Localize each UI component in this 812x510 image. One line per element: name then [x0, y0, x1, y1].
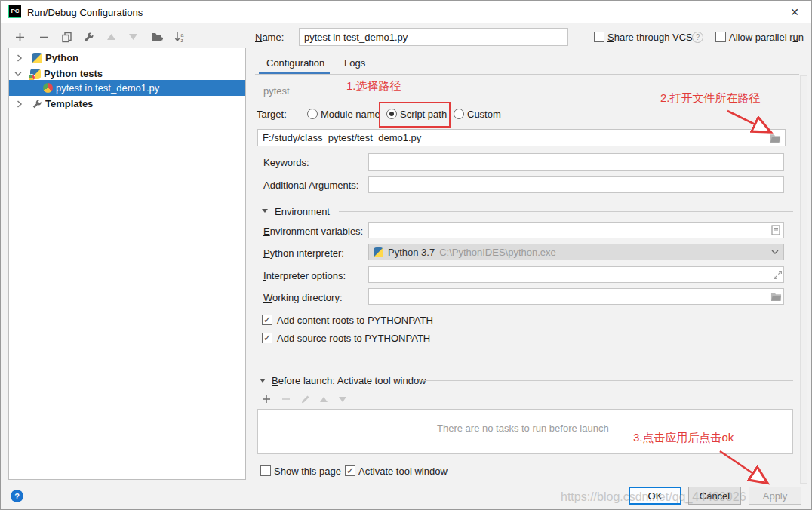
allow-parallel-checkbox[interactable]	[715, 32, 726, 42]
chevron-down-icon	[771, 250, 779, 254]
env-vars-label: Environment variables:	[263, 226, 363, 237]
additional-args-input[interactable]	[368, 176, 784, 193]
pytest-icon	[43, 83, 53, 93]
radio-custom[interactable]	[454, 109, 464, 119]
move-task-up-icon[interactable]	[317, 392, 331, 406]
browse-folder-icon[interactable]	[769, 132, 781, 144]
keywords-label: Keywords:	[263, 157, 309, 168]
script-path-input[interactable]	[257, 129, 786, 146]
annotation-note-1: 1.选择路径	[346, 79, 401, 94]
annotation-note-3: 3.点击应用后点击ok	[633, 431, 734, 445]
working-dir-label: Working directory:	[263, 292, 343, 303]
edit-task-icon[interactable]	[298, 392, 312, 406]
svg-text:z: z	[180, 38, 183, 43]
environment-group-label: Environment	[275, 206, 330, 217]
interpreter-options-label: Interpreter options:	[263, 270, 346, 281]
env-vars-list-icon[interactable]	[770, 224, 782, 236]
python-icon	[32, 53, 42, 63]
configurations-tree: Python Python tests pytest in test_demo1…	[8, 48, 246, 480]
add-task-icon[interactable]	[260, 392, 273, 406]
radio-module-name[interactable]	[307, 109, 318, 119]
radio-module-name-label[interactable]: Module name	[321, 109, 380, 120]
move-task-down-icon[interactable]	[336, 392, 349, 406]
create-folder-icon[interactable]	[150, 30, 164, 44]
additional-args-label: Additional Arguments:	[263, 180, 358, 191]
annotation-note-2: 2.打开文件所在路径	[660, 91, 761, 106]
target-label: Target:	[257, 109, 287, 120]
source-roots-label[interactable]: Add source roots to PYTHONPATH	[277, 333, 430, 344]
interpreter-label: Python interpreter:	[263, 247, 344, 259]
interpreter-path: C:\PythonIDES\python.exe	[439, 247, 556, 258]
sort-configurations-icon[interactable]: az	[173, 30, 186, 44]
chevron-right-icon[interactable]	[14, 52, 26, 64]
activate-tool-window-checkbox[interactable]: ✓	[345, 465, 355, 476]
expand-editor-icon[interactable]	[771, 269, 783, 281]
ok-button[interactable]: OK	[629, 487, 681, 505]
share-vcs-checkbox[interactable]	[594, 32, 604, 42]
tree-item-pytest-in-test-demo1[interactable]: pytest in test_demo1.py	[9, 80, 245, 96]
python-icon	[374, 247, 383, 257]
tree-item-python[interactable]: Python	[9, 50, 245, 66]
allow-parallel-label: Allow parallel run	[729, 32, 804, 43]
browse-folder-icon[interactable]	[770, 290, 782, 303]
tree-item-label: pytest in test_demo1.py	[56, 82, 159, 94]
remove-task-icon[interactable]	[279, 392, 293, 406]
vcs-help-icon[interactable]: ?	[692, 32, 703, 43]
python-tests-icon	[30, 69, 41, 79]
tree-item-label: Python	[45, 52, 78, 63]
no-tasks-message: There are no tasks to run before launch	[437, 422, 609, 434]
tab-configuration[interactable]: Configuration	[266, 57, 324, 69]
working-dir-input[interactable]	[368, 288, 784, 305]
collapse-before-launch-icon[interactable]	[260, 379, 266, 382]
tab-logs[interactable]: Logs	[344, 57, 365, 69]
interpreter-name: Python 3.7	[388, 247, 435, 258]
content-roots-checkbox[interactable]: ✓	[262, 315, 272, 325]
collapse-environment-icon[interactable]	[262, 209, 268, 213]
remove-configuration-icon[interactable]	[37, 30, 51, 44]
chevron-right-icon[interactable]	[14, 98, 26, 110]
edit-templates-icon[interactable]	[82, 30, 95, 44]
tree-item-label: Templates	[45, 98, 93, 109]
share-vcs-label: Share through VCS	[607, 32, 693, 43]
chevron-down-icon[interactable]	[12, 68, 24, 80]
interpreter-options-input[interactable]	[368, 266, 784, 283]
name-input[interactable]	[299, 28, 568, 46]
title-bar: PC Run/Debug Configurations ✕	[1, 1, 811, 23]
tree-item-label: Python tests	[44, 68, 103, 79]
pytest-group-label: pytest	[263, 85, 290, 97]
svg-text:a: a	[180, 32, 183, 37]
content-roots-label[interactable]: Add content roots to PYTHONPATH	[277, 315, 433, 326]
vertical-scrollbar[interactable]	[800, 75, 807, 484]
tree-item-python-tests[interactable]: Python tests	[9, 66, 245, 81]
pycharm-logo-icon: PC	[8, 5, 21, 18]
cancel-button[interactable]: Cancel	[688, 487, 741, 505]
radio-custom-label[interactable]: Custom	[467, 109, 501, 120]
copy-configuration-icon[interactable]	[60, 30, 73, 44]
close-icon[interactable]: ✕	[786, 4, 804, 20]
tree-item-templates[interactable]: Templates	[9, 96, 245, 112]
env-vars-input[interactable]	[368, 222, 784, 238]
activate-tool-window-label[interactable]: Activate tool window	[358, 465, 448, 477]
before-launch-label: Before launch: Activate tool window	[272, 375, 426, 386]
show-this-page-checkbox[interactable]	[260, 465, 271, 476]
name-label: Name:	[255, 32, 284, 43]
keywords-input[interactable]	[368, 153, 784, 171]
move-up-icon[interactable]	[104, 30, 118, 44]
wrench-icon	[32, 99, 42, 109]
help-button[interactable]: ?	[11, 490, 23, 502]
source-roots-checkbox[interactable]: ✓	[262, 333, 272, 343]
move-down-icon[interactable]	[126, 30, 140, 44]
run-debug-configurations-dialog: PC Run/Debug Configurations ✕ az Python	[0, 0, 812, 510]
window-title: Run/Debug Configurations	[27, 7, 143, 18]
show-this-page-label[interactable]: Show this page	[274, 465, 341, 477]
interpreter-select[interactable]: Python 3.7 C:\PythonIDES\python.exe	[368, 244, 784, 260]
add-configuration-icon[interactable]	[13, 30, 26, 44]
apply-button[interactable]: Apply	[749, 487, 801, 505]
annotation-box-script-path	[379, 102, 451, 128]
